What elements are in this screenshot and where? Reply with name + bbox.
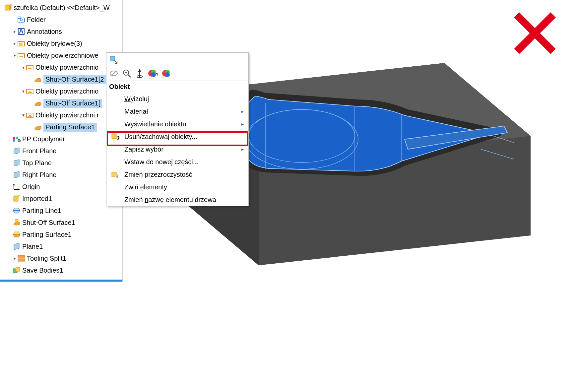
tree-parting-line[interactable]: Parting Line1 <box>0 205 122 217</box>
svg-marker-33 <box>14 195 20 197</box>
ctx-transparency[interactable]: Zmień przezroczystość <box>106 168 248 181</box>
tree-root-label: szufelka (Default) <<Default>_W <box>14 4 110 12</box>
ctx-insert-new-label: Wstaw do nowej części... <box>124 158 198 166</box>
svg-text:✕: ✕ <box>117 134 119 141</box>
surface-icon <box>33 123 42 131</box>
appearance2-icon[interactable] <box>161 69 171 78</box>
svg-marker-31 <box>18 188 20 190</box>
ctx-insert-new-part[interactable]: Wstaw do nowej części... <box>106 156 248 168</box>
tree-right-plane[interactable]: Right Plane <box>0 169 122 181</box>
tree-shutoff-feature[interactable]: Shut-Off Surface1 <box>0 217 122 229</box>
tree-shutoff2[interactable]: Shut-Off Surface1[ <box>0 97 122 109</box>
ctx-display-label: Wyświetlanie obiektu <box>124 120 186 128</box>
svg-rect-41 <box>16 267 20 271</box>
ctx-save-selection[interactable]: Zapisz wybór▸ <box>106 143 248 156</box>
svg-marker-50 <box>138 69 141 72</box>
expand-arrow-icon[interactable]: ▸ <box>12 256 17 261</box>
tree-folder-label: Folder <box>27 16 46 24</box>
appearance-icon[interactable]: ▾ <box>148 69 158 78</box>
svg-text:▾: ▾ <box>156 71 158 78</box>
normal-to-icon[interactable] <box>136 69 144 78</box>
tree-tooling-split[interactable]: ▸ Tooling Split1 <box>0 252 122 264</box>
feature-tree-panel[interactable]: szufelka (Default) <<Default>_W Folder ▸… <box>0 0 123 282</box>
tree-parting-label: Parting Surface1 <box>43 123 97 132</box>
ctx-material-label: Materiał <box>124 108 148 115</box>
tree-top-plane[interactable]: Top Plane <box>0 157 122 169</box>
submenu-arrow-icon: ▸ <box>241 121 244 127</box>
select-other-icon[interactable] <box>109 55 118 64</box>
annotations-icon: A <box>17 27 26 36</box>
surface-icon <box>33 99 42 107</box>
submenu-arrow-icon: ▸ <box>241 147 244 152</box>
surface-folder-icon <box>26 111 34 119</box>
collapse-arrow-icon[interactable]: ▾ <box>21 112 26 118</box>
collapse-arrow-icon[interactable]: ▾ <box>12 53 17 58</box>
tree-root[interactable]: szufelka (Default) <<Default>_W <box>0 2 122 14</box>
ctx-delete-keep-label: Usuń/zachowaj obiekty... <box>124 133 197 141</box>
collapse-arrow-icon[interactable]: ▾ <box>21 65 26 70</box>
svg-marker-30 <box>13 183 15 185</box>
tree-parting-surface-feature[interactable]: Parting Surface1 <box>0 229 122 240</box>
solid-folder-icon <box>17 39 26 48</box>
tree-plane1[interactable]: Plane1 <box>0 240 122 252</box>
tree-surf-grp3[interactable]: ▾ Obiekty powierzchni r <box>0 109 122 121</box>
tree-right-label: Right Plane <box>22 171 56 179</box>
svg-rect-22 <box>16 137 18 139</box>
tree-imported[interactable]: Imported1 <box>0 193 122 205</box>
ctx-material[interactable]: Materiał▸ <box>106 105 248 118</box>
red-x-icon <box>512 10 558 56</box>
tree-surf-grp1[interactable]: ▾ Obiekty powierzchnio <box>0 61 122 73</box>
ctx-collapse[interactable]: Zwiń elementy <box>106 181 248 193</box>
svg-marker-25 <box>14 148 19 154</box>
svg-rect-16 <box>20 43 22 45</box>
tree-surf-grp1-label: Obiekty powierzchnio <box>35 64 98 71</box>
tree-origin-label: Origin <box>22 183 40 191</box>
surface-folder-icon <box>26 63 34 72</box>
ctx-save-sel-label: Zapisz wybór <box>124 146 163 153</box>
ctx-display[interactable]: Wyświetlanie obiektu▸ <box>106 118 248 130</box>
svg-rect-21 <box>13 137 15 139</box>
svg-point-58 <box>165 72 170 77</box>
submenu-arrow-icon: ▸ <box>241 109 244 114</box>
svg-marker-27 <box>14 171 19 178</box>
tree-annotations[interactable]: ▸ A Annotations <box>0 26 122 37</box>
surface-icon <box>33 75 42 84</box>
svg-marker-37 <box>14 243 19 250</box>
tree-surfaces-label: Obiekty powierzchniowe <box>27 52 98 59</box>
surface-folder-icon <box>26 87 34 96</box>
collapse-arrow-icon[interactable]: ▾ <box>21 89 26 94</box>
tree-surf-grp3-label: Obiekty powierzchni r <box>35 111 99 119</box>
tree-solids[interactable]: ▸ Obiekty bryłowe(3) <box>0 37 122 49</box>
tree-surf-grp2[interactable]: ▾ Obiekty powierzchnio <box>0 85 122 97</box>
ctx-isolate[interactable]: Wyizoluj <box>106 93 248 105</box>
expand-arrow-icon[interactable]: ▸ <box>12 41 17 46</box>
tree-front-plane[interactable]: Front Plane <box>0 145 122 157</box>
tree-origin[interactable]: Origin <box>0 181 122 193</box>
tree-save-bodies[interactable]: Save Bodies1 <box>0 264 122 276</box>
tree-shutoff1[interactable]: Shut-Off Surface1[2 <box>0 73 122 85</box>
surface-folder-icon <box>17 51 26 60</box>
tree-scrollbar[interactable] <box>0 280 122 282</box>
part-icon <box>4 3 12 12</box>
svg-marker-60 <box>112 133 118 134</box>
tree-psurffeat-label: Parting Surface1 <box>22 231 72 238</box>
ctx-isolate-label: Wyizoluj <box>124 95 149 103</box>
zoom-icon[interactable] <box>122 69 132 78</box>
ctx-delete-keep[interactable]: ✕ Usuń/zachowaj obiekty... <box>106 130 248 143</box>
tree-parting[interactable]: Parting Surface1 <box>0 121 122 133</box>
tree-imported-label: Imported1 <box>22 195 52 203</box>
parting-line-icon <box>12 206 21 215</box>
delete-keep-icon: ✕ <box>110 132 120 141</box>
tree-folder[interactable]: Folder <box>0 14 122 26</box>
tree-save-label: Save Bodies1 <box>22 267 63 274</box>
svg-text:A: A <box>19 28 24 35</box>
hide-icon[interactable] <box>109 70 118 77</box>
svg-rect-36 <box>15 219 18 221</box>
context-menu-header: Obiekt <box>106 81 248 93</box>
save-bodies-icon <box>12 266 21 275</box>
tree-surfaces[interactable]: ▾ Obiekty powierzchniowe <box>0 49 122 61</box>
expand-menu-icon[interactable]: ˅ <box>176 199 179 204</box>
expand-arrow-icon[interactable]: ▸ <box>12 29 17 34</box>
tree-material[interactable]: PP Copolymer <box>0 133 122 145</box>
tree-shutoff1-label: Shut-Off Surface1[2 <box>43 75 106 84</box>
